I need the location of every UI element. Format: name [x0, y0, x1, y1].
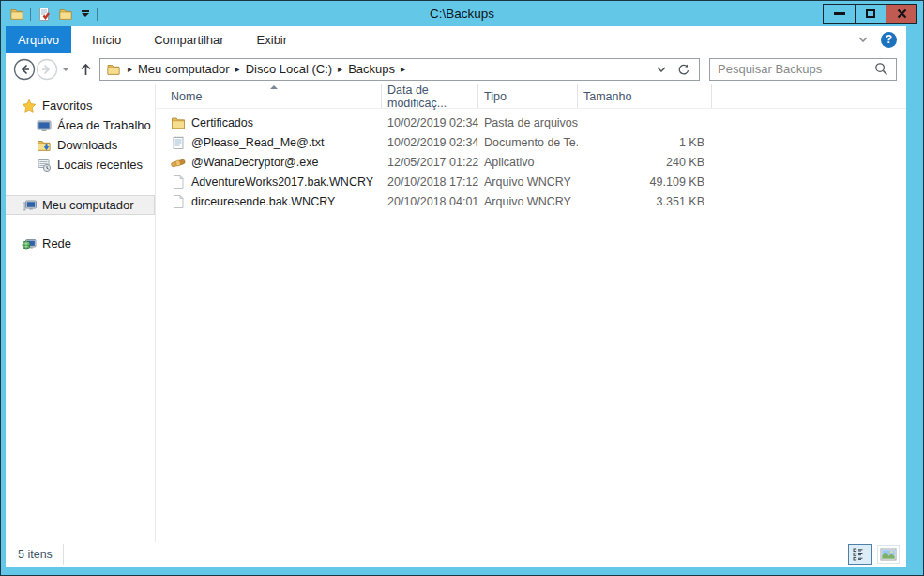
forward-button[interactable] — [36, 58, 58, 81]
thumbnails-view-icon — [880, 548, 897, 561]
breadcrumb-disco-local-c[interactable]: Disco Local (C:) — [245, 62, 333, 76]
file-type: Pasta de arquivos — [478, 116, 578, 129]
file-type: Arquivo WNCRY — [478, 175, 578, 189]
file-date: 10/02/2019 02:34 — [382, 116, 478, 129]
search-input[interactable] — [710, 62, 874, 76]
file-name: dirceuresende.bak.WNCRY — [191, 195, 335, 208]
maximize-icon — [866, 9, 875, 18]
handshake-app-icon — [171, 155, 186, 170]
file-size: 240 KB — [578, 156, 712, 169]
view-buttons — [848, 544, 900, 565]
tab-compartilhar[interactable]: Compartilhar — [142, 26, 235, 53]
computer-icon — [22, 198, 37, 213]
sidebar-group-label: Favoritos — [42, 99, 92, 113]
minimize-icon — [834, 12, 845, 15]
recent-places-icon — [37, 158, 52, 173]
sidebar-item-label: Área de Trabalho — [57, 118, 151, 132]
file-rows: Certificados 10/02/2019 02:34 Pasta de a… — [156, 109, 906, 211]
sidebar-item-label: Downloads — [57, 138, 117, 152]
column-header-tipo[interactable]: Tipo — [478, 84, 578, 108]
status-bar: 5 itens — [6, 542, 906, 567]
new-folder-icon[interactable] — [57, 7, 74, 22]
file-size: 49.109 KB — [578, 175, 712, 189]
expand-ribbon-chevron-icon[interactable] — [858, 37, 868, 42]
qat-separator — [30, 8, 31, 21]
sidebar-item-downloads[interactable]: Downloads — [6, 135, 155, 155]
column-header-tamanho[interactable]: Tamanho — [578, 84, 712, 108]
sidebar-item-area-de-trabalho[interactable]: Área de Trabalho — [6, 115, 155, 135]
breadcrumb-backups[interactable]: Backups — [347, 62, 396, 76]
column-header-data-modificacao[interactable]: Data de modificaç... — [382, 84, 478, 108]
address-bar[interactable]: ▸ Meu computador ▸ Disco Local (C:) ▸ Ba… — [99, 58, 700, 81]
close-button[interactable] — [886, 5, 916, 23]
status-separator — [63, 544, 64, 565]
sidebar-item-meu-computador[interactable]: Meu computador — [6, 195, 155, 215]
network-icon — [22, 236, 37, 251]
thumbnails-view-button[interactable] — [877, 545, 900, 564]
address-bar-controls — [648, 63, 699, 76]
breadcrumb-separator: ▸ — [333, 64, 347, 74]
items-count: 5 itens — [18, 548, 53, 561]
address-folder-icon — [106, 62, 121, 77]
title-bar: C:\Backups — [1, 1, 923, 26]
file-name: AdventureWorks2017.bak.WNCRY — [191, 175, 373, 189]
table-row-certificados[interactable]: Certificados 10/02/2019 02:34 Pasta de a… — [156, 113, 906, 132]
explorer-window: C:\Backups Arquivo Início Compartilhar E… — [0, 0, 924, 576]
downloads-folder-icon — [37, 138, 52, 153]
quick-access-toolbar — [1, 7, 98, 22]
maximize-button[interactable] — [855, 5, 886, 23]
sidebar-item-label: Locais recentes — [57, 158, 143, 172]
breadcrumb-separator: ▸ — [396, 64, 410, 74]
search-box — [709, 58, 897, 81]
table-row-dirceuresende-wncry[interactable]: dirceuresende.bak.WNCRY 20/10/2018 04:01… — [156, 191, 906, 211]
file-name: @WanaDecryptor@.exe — [191, 156, 318, 169]
breadcrumb-meu-computador[interactable]: Meu computador — [137, 62, 231, 76]
file-date: 20/10/2018 04:01 — [382, 195, 478, 208]
tab-inicio[interactable]: Início — [80, 26, 133, 53]
tab-arquivo[interactable]: Arquivo — [6, 26, 71, 53]
table-row-please-read-me[interactable]: @Please_Read_Me@.txt 10/02/2019 02:34 Do… — [156, 132, 906, 152]
sidebar-spacer — [6, 215, 155, 234]
file-name: @Please_Read_Me@.txt — [191, 136, 324, 149]
details-view-button[interactable] — [848, 544, 872, 565]
back-button[interactable] — [13, 58, 36, 81]
breadcrumb-separator: ▸ — [123, 64, 137, 74]
file-size: 3.351 KB — [578, 195, 712, 208]
search-icon[interactable] — [874, 62, 888, 76]
refresh-icon[interactable] — [677, 63, 690, 76]
sidebar-group-favoritos[interactable]: Favoritos — [6, 96, 155, 115]
help-button[interactable]: ? — [881, 32, 897, 48]
breadcrumb-separator: ▸ — [231, 64, 245, 74]
navigation-pane: Favoritos Área de Trabalho Downloads — [6, 84, 156, 542]
blank-file-icon — [171, 194, 186, 209]
desktop-icon — [37, 118, 52, 133]
file-type: Documento de Te... — [478, 136, 578, 149]
table-row-adventureworks-wncry[interactable]: AdventureWorks2017.bak.WNCRY 20/10/2018 … — [156, 172, 906, 191]
main-panel: Favoritos Área de Trabalho Downloads — [6, 84, 906, 542]
close-icon — [897, 8, 907, 19]
sort-ascending-icon — [270, 85, 278, 89]
ribbon-tab-row: Arquivo Início Compartilhar Exibir ? — [6, 26, 906, 53]
file-name: Certificados — [191, 116, 253, 129]
sidebar-item-locais-recentes[interactable]: Locais recentes — [6, 155, 155, 174]
table-row-wanadecryptor[interactable]: @WanaDecryptor@.exe 12/05/2017 01:22 Apl… — [156, 152, 906, 172]
column-header-nome[interactable]: Nome — [156, 84, 382, 108]
sidebar-item-label: Meu computador — [42, 198, 134, 212]
sidebar-spacer — [6, 174, 155, 195]
file-date: 20/10/2018 17:12 — [382, 175, 478, 189]
navigation-bar: ▸ Meu computador ▸ Disco Local (C:) ▸ Ba… — [6, 53, 906, 84]
tab-exibir[interactable]: Exibir — [245, 26, 300, 53]
sidebar-item-rede[interactable]: Rede — [6, 234, 155, 253]
caption-buttons — [823, 4, 917, 24]
file-size: 1 KB — [578, 136, 712, 149]
recent-locations-dropdown-icon[interactable] — [62, 68, 69, 71]
properties-check-document-icon[interactable] — [36, 7, 53, 22]
customize-qat-dropdown-icon[interactable] — [79, 10, 92, 17]
explorer-folder-icon[interactable] — [8, 7, 25, 22]
qat-separator — [97, 8, 98, 21]
up-button[interactable] — [77, 61, 94, 78]
file-date: 10/02/2019 02:34 — [382, 136, 478, 149]
folder-icon — [171, 115, 186, 130]
address-dropdown-chevron-icon[interactable] — [657, 67, 666, 72]
minimize-button[interactable] — [824, 5, 855, 23]
